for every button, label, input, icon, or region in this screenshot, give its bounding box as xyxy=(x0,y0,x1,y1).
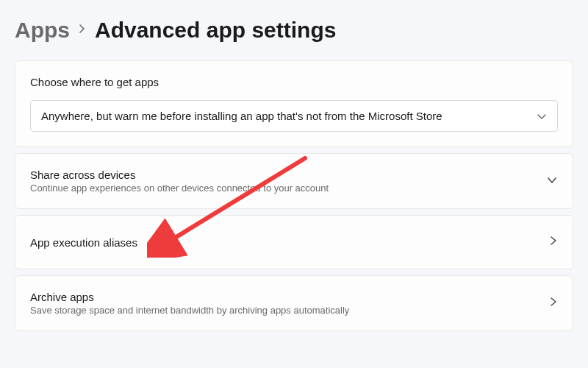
chevron-right-icon xyxy=(79,24,86,37)
panel-label: App execution aliases xyxy=(30,236,137,249)
app-execution-aliases-panel[interactable]: App execution aliases xyxy=(15,215,573,269)
panel-label: Archive apps xyxy=(30,291,349,303)
panel-label: Share across devices xyxy=(30,169,329,181)
chevron-right-icon xyxy=(549,235,558,250)
choose-where-to-get-apps-panel: Choose where to get apps Anywhere, but w… xyxy=(15,60,573,147)
chevron-right-icon xyxy=(549,296,558,311)
app-source-dropdown[interactable]: Anywhere, but warn me before installing … xyxy=(30,100,558,132)
page-title: Advanced app settings xyxy=(95,18,336,43)
chevron-down-icon xyxy=(546,174,558,188)
panel-description: Save storage space and internet bandwidt… xyxy=(30,305,349,316)
breadcrumb: Apps Advanced app settings xyxy=(15,18,573,43)
panel-label: Choose where to get apps xyxy=(30,76,558,88)
chevron-down-icon xyxy=(537,110,547,122)
share-across-devices-panel[interactable]: Share across devices Continue app experi… xyxy=(15,153,573,209)
panel-description: Continue app experiences on other device… xyxy=(30,183,329,194)
archive-apps-panel[interactable]: Archive apps Save storage space and inte… xyxy=(15,275,573,331)
dropdown-selected-value: Anywhere, but warn me before installing … xyxy=(41,110,442,122)
breadcrumb-parent[interactable]: Apps xyxy=(15,18,70,43)
